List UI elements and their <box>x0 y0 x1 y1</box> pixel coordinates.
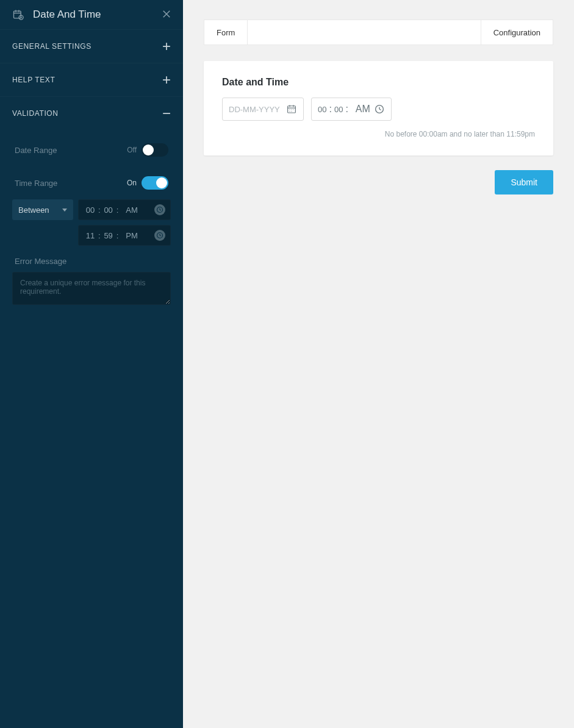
svg-line-6 <box>21 18 22 18</box>
time-range-from-row: Between 00 : 00 : AM <box>12 199 171 220</box>
submit-row: Submit <box>204 170 553 194</box>
minute-segment[interactable]: 00 <box>334 105 343 114</box>
tab-label: Form <box>217 28 235 37</box>
time-separator: : <box>345 104 348 115</box>
sidebar-title: Date And Time <box>33 9 101 21</box>
form-canvas: Date and Time DD-MM-YYYY <box>204 61 553 194</box>
date-range-label: Date Range <box>15 146 57 155</box>
time-range-switch-wrap: On <box>127 176 168 190</box>
ampm-segment[interactable]: AM <box>356 104 370 115</box>
card-title: Date and Time <box>222 77 535 88</box>
time-separator: : <box>329 104 331 115</box>
section-validation[interactable]: VALIDATION − <box>0 96 183 130</box>
ampm-segment[interactable]: PM <box>126 231 139 240</box>
submit-button[interactable]: Submit <box>495 170 553 194</box>
plus-icon: + <box>162 74 171 85</box>
time-range-controls: Between 00 : 00 : AM <box>12 199 171 246</box>
svg-line-11 <box>160 210 161 210</box>
main-area: Form Configuration Date and Time DD-MM-Y… <box>183 0 574 728</box>
time-range-toggle[interactable] <box>142 176 168 190</box>
date-placeholder: DD-MM-YYYY <box>229 105 286 114</box>
time-range-to-row: 11 : 59 : PM <box>12 225 171 246</box>
hour-segment[interactable]: 00 <box>318 105 326 114</box>
svg-point-21 <box>293 109 293 110</box>
section-general-settings[interactable]: GENERAL SETTINGS + <box>0 29 183 63</box>
validation-hint: No before 00:00am and no later than 11:5… <box>222 129 535 140</box>
datetime-icon <box>12 9 24 21</box>
tab-label: Configuration <box>493 28 540 37</box>
clock-icon[interactable] <box>154 230 165 241</box>
chevron-down-icon <box>62 209 67 212</box>
clock-icon[interactable] <box>374 104 385 115</box>
svg-point-19 <box>289 109 290 110</box>
time-range-mode-dropdown[interactable]: Between <box>12 199 73 220</box>
time-separator: : <box>117 231 119 240</box>
ampm-segment[interactable]: AM <box>126 205 139 215</box>
svg-point-23 <box>291 111 292 112</box>
time-separator: : <box>98 205 101 215</box>
svg-point-22 <box>289 111 290 112</box>
tab-form[interactable]: Form <box>204 20 248 45</box>
time-range-from-input[interactable]: 00 : 00 : AM <box>78 199 171 220</box>
switch-state-label: Off <box>127 146 137 154</box>
datetime-card: Date and Time DD-MM-YYYY <box>204 61 553 155</box>
section-title: GENERAL SETTINGS <box>12 42 91 51</box>
section-title: HELP TEXT <box>12 76 55 84</box>
date-range-switch-wrap: Off <box>127 143 168 157</box>
close-icon[interactable] <box>161 9 172 20</box>
hour-segment[interactable]: 00 <box>85 205 96 215</box>
date-range-row: Date Range Off <box>12 134 171 166</box>
plus-icon: + <box>162 41 171 52</box>
sidebar-header: Date And Time <box>0 0 183 29</box>
svg-point-20 <box>291 109 292 110</box>
minute-segment[interactable]: 00 <box>103 205 114 215</box>
time-separator: : <box>98 231 101 240</box>
section-help-text[interactable]: HELP TEXT + <box>0 63 183 96</box>
time-range-label: Time Range <box>15 179 57 188</box>
sidebar: Date And Time GENERAL SETTINGS + HELP TE… <box>0 0 183 728</box>
tabs: Form Configuration <box>204 20 553 45</box>
card-inputs: DD-MM-YYYY <box>222 98 535 121</box>
section-title: VALIDATION <box>12 109 59 118</box>
clock-icon[interactable] <box>154 204 165 215</box>
date-input[interactable]: DD-MM-YYYY <box>222 98 304 121</box>
switch-state-label: On <box>127 179 137 187</box>
svg-rect-0 <box>14 11 21 18</box>
error-message-textarea[interactable] <box>12 272 171 305</box>
minus-icon: − <box>162 108 171 119</box>
date-range-toggle[interactable] <box>142 143 168 157</box>
calendar-icon[interactable] <box>286 104 297 115</box>
time-separator: : <box>117 205 119 215</box>
tab-configuration[interactable]: Configuration <box>481 20 553 45</box>
time-input[interactable]: 00 : 00 : AM <box>311 98 392 121</box>
svg-line-26 <box>379 109 381 110</box>
time-range-row: Time Range On <box>12 166 171 199</box>
dropdown-label: Between <box>18 205 49 215</box>
time-range-to-input[interactable]: 11 : 59 : PM <box>78 225 171 246</box>
error-message-label: Error Message <box>15 257 168 266</box>
validation-body: Date Range Off Time Range On Between <box>0 130 183 321</box>
svg-line-14 <box>160 235 161 236</box>
minute-segment[interactable]: 59 <box>103 231 114 240</box>
hour-segment[interactable]: 11 <box>85 231 96 240</box>
